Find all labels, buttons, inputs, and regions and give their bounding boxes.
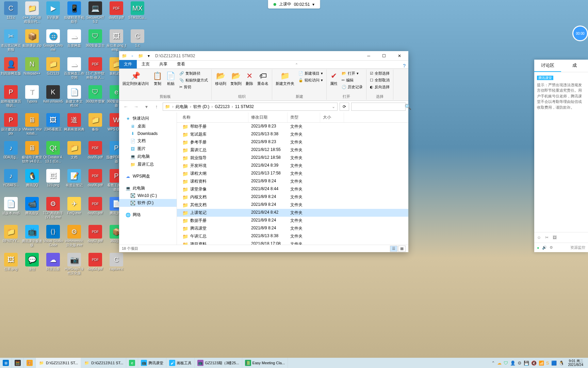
taskbar-item[interactable]: 📁D:\GZ2123\11 ST... <box>81 358 126 368</box>
sidebar-downloads[interactable]: ⬇Downloads <box>119 130 177 137</box>
maximize-button[interactable]: ☐ <box>376 51 392 61</box>
sidebar-d-drive[interactable]: 💽软件 (D:) <box>119 199 177 207</box>
col-type[interactable]: 类型 <box>288 112 320 122</box>
file-row[interactable]: 📁午讲汇总 2021/8/13 8:38 文件夹 <box>177 232 408 240</box>
timer-badge[interactable]: 00:00 <box>572 26 588 41</box>
delete-button[interactable]: ✕删除 <box>244 70 255 87</box>
desktop-icon[interactable]: MXSTM32Cu... <box>127 1 148 20</box>
file-row[interactable]: 📁课程大纲 2021/8/13 17:58 文件夹 <box>177 170 408 178</box>
file-row[interactable]: 📁腾讯课堂 2021/8/9 8:24 文件夹 <box>177 225 408 232</box>
move-to-button[interactable]: 📂移动到 <box>214 70 228 87</box>
desktop-icon[interactable]: QtQt Creator 4.13.1 (Co... <box>43 141 63 164</box>
history-button[interactable]: 🕐 历史记录 <box>340 84 364 90</box>
monitor-label[interactable]: 资源监控 <box>570 245 585 250</box>
mic-icon[interactable]: ● <box>537 246 539 250</box>
paste-shortcut-button[interactable]: 📎 粘贴快捷方式 <box>178 77 209 83</box>
desktop-icon[interactable]: 💻SecureCRT 5.2 <box>85 1 105 24</box>
desktop-icon[interactable]: 道网易有道词典 <box>64 113 84 132</box>
rename-button[interactable]: 🏷重命名 <box>256 70 270 87</box>
file-row[interactable]: 📁帮助手册 2021/8/9 8:23 文件夹 <box>177 123 408 131</box>
col-date[interactable]: 修改日期 <box>248 112 288 122</box>
desktop-icon[interactable]: PDFday02.pdf <box>85 225 105 243</box>
tab-share[interactable]: 共享 <box>154 60 172 68</box>
sidebar-network[interactable]: 🌐网络 <box>119 211 177 219</box>
desktop-icon[interactable]: ✈FeiQ.exe <box>64 197 84 215</box>
file-row[interactable]: 📁项目资料 2021/8/18 17:08 文件夹 <box>177 240 408 245</box>
open-button[interactable]: 📂 打开 ▾ <box>340 70 364 77</box>
close-button[interactable]: ✕ <box>392 51 407 61</box>
desktop-icon[interactable]: 🌐Google Chrome <box>43 29 63 52</box>
desktop-icon[interactable]: 🖼2345看图王 <box>43 113 63 132</box>
properties-button[interactable]: ✔属性 <box>329 70 339 87</box>
desktop-icon[interactable]: 📁RF%TYY... <box>1 225 21 243</box>
tab-home[interactable]: 主页 <box>137 60 154 68</box>
tray-icon[interactable]: S <box>546 361 549 366</box>
scissors-icon[interactable]: ✂ <box>545 235 549 240</box>
desktop-icon[interactable]: PDF11-广东中软科技-嵌入... <box>85 57 105 80</box>
tray-icon[interactable]: 🟦 <box>551 361 557 366</box>
desktop-icon[interactable]: ☁百度网盘工作空间 <box>64 57 84 80</box>
new-item-button[interactable]: 📄 新建项目 ▾ <box>297 70 324 77</box>
desktop-icon[interactable]: ♪YCBAF5... <box>1 169 21 187</box>
minimize-button[interactable]: ─ <box>361 51 376 61</box>
tray-icon[interactable]: 🐧 <box>559 361 564 366</box>
desktop-icon[interactable]: ☁阿里云盘 <box>43 253 63 271</box>
tray-icon[interactable]: 👤 <box>510 361 516 366</box>
desktop-icon[interactable]: ⚙inletexemcc汉化版.exe <box>64 225 84 247</box>
desktop-icon[interactable]: P设计建议目.pptx <box>1 113 21 136</box>
taskbar-item[interactable]: 📺腾讯课堂 <box>138 358 166 368</box>
desktop-icon[interactable]: PDFday01.pdf <box>85 197 105 215</box>
taskbar-item[interactable]: 📺GZ2123期（3楼25... <box>195 358 242 368</box>
desktop-icon[interactable]: 📷HprSnap7绿色汉化版 <box>64 253 84 275</box>
desktop-icon[interactable]: 📁文档 <box>64 141 84 159</box>
desktop-icon[interactable]: ✂道云笔记网页剪报 <box>1 29 21 52</box>
refresh-button[interactable]: ⟳ <box>340 103 349 111</box>
desktop-icon[interactable]: PDFday06.pdf <box>85 169 105 187</box>
titlebar[interactable]: 📁 ▫ 📁 ▾ D:\GZ2123\11 STM32 ─ ☐ ✕ <box>119 51 408 61</box>
desktop-icon[interactable]: KKeil uVision5 <box>43 85 63 104</box>
search-input[interactable]: 🔍 <box>351 103 406 111</box>
settings-icon[interactable]: ⚙ <box>550 245 553 250</box>
desktop-icon[interactable]: C123.c <box>1 1 21 20</box>
breadcrumb[interactable]: 📁 › 此电脑› 软件 (D:)› GZ2123› 11 STM32 ⌄ <box>163 103 338 111</box>
taskbar-item[interactable]: 🎨 <box>24 358 36 368</box>
desktop-icon[interactable]: NNotepad++ <box>22 57 42 76</box>
taskbar-item[interactable]: ⊞ <box>0 358 12 368</box>
desktop-icon[interactable]: 📁备份 <box>85 113 105 132</box>
taskbar-item[interactable]: e <box>126 358 138 368</box>
taskbar-item[interactable]: 🖌画板工具 <box>166 358 195 368</box>
file-row[interactable]: 📁课程资料 2021/8/9 8:24 文件夹 <box>177 178 408 185</box>
desktop-icon[interactable]: PDFday04.pdf <box>85 253 105 271</box>
search-icon[interactable]: 🔍 <box>405 104 411 110</box>
col-name[interactable]: 名称 <box>177 112 248 122</box>
desktop-icon[interactable]: 📱按键精灵手机助手 <box>64 1 84 24</box>
desktop-icon[interactable]: 🖼座位表.png_temp... <box>106 29 127 52</box>
emoji-icon[interactable]: ☺ <box>537 235 541 240</box>
taskbar-clock[interactable]: 9:01 周二 2021/8/24 <box>566 359 586 367</box>
tab-view[interactable]: 查看 <box>172 60 190 68</box>
desktop-icon[interactable]: PDFday03.pdf <box>106 1 127 20</box>
sidebar-thispc[interactable]: 💻此电脑 <box>119 153 177 160</box>
desktop-icon[interactable]: 🖼123.png <box>43 169 63 187</box>
desktop-icon[interactable]: 🖼位表.png <box>1 253 21 271</box>
file-row[interactable]: 📁就业指导 2021/8/12 18:58 文件夹 <box>177 154 408 162</box>
sidebar-desktop[interactable]: 🖥桌面 <box>119 122 177 130</box>
copy-path-button[interactable]: 🔗 复制路径 <box>178 70 209 77</box>
paste-button[interactable]: 📄粘贴 <box>165 70 177 87</box>
sidebar-wps[interactable]: ☁WPS网盘 <box>119 172 177 180</box>
invert-selection-button[interactable]: ◐ 反向选择 <box>369 84 391 90</box>
desktop-icon[interactable]: 📦贴游课设.zip <box>22 29 42 48</box>
nav-recent[interactable]: ▾ <box>142 103 150 111</box>
desktop-icon[interactable]: P超终端发展历培训... <box>1 85 21 108</box>
sidebar-c-drive[interactable]: 💽Win10 (C:) <box>119 192 177 199</box>
desktop-icon[interactable]: 🖥极域电子教室软件 v4.0 2... <box>22 141 42 164</box>
chevron-down-icon[interactable]: ⌄ <box>332 104 335 109</box>
desktop-icon[interactable]: 📁c++_RPG游戏项目代... <box>22 1 42 24</box>
chat-tab-discussion[interactable]: 讨论区 <box>534 60 561 72</box>
file-row[interactable]: 📁数据手册 2021/8/9 8:24 文件夹 <box>177 217 408 225</box>
speaker-icon[interactable]: 🔊 <box>542 245 547 250</box>
cut-button[interactable]: ✂ 剪切 <box>178 84 209 90</box>
tray-volume-icon[interactable]: 🔇 <box>531 361 537 366</box>
file-row[interactable]: 📁晨讲汇总 2021/8/12 18:55 文件夹 <box>177 146 408 154</box>
tray-icon[interactable]: ⌃ <box>491 361 495 366</box>
